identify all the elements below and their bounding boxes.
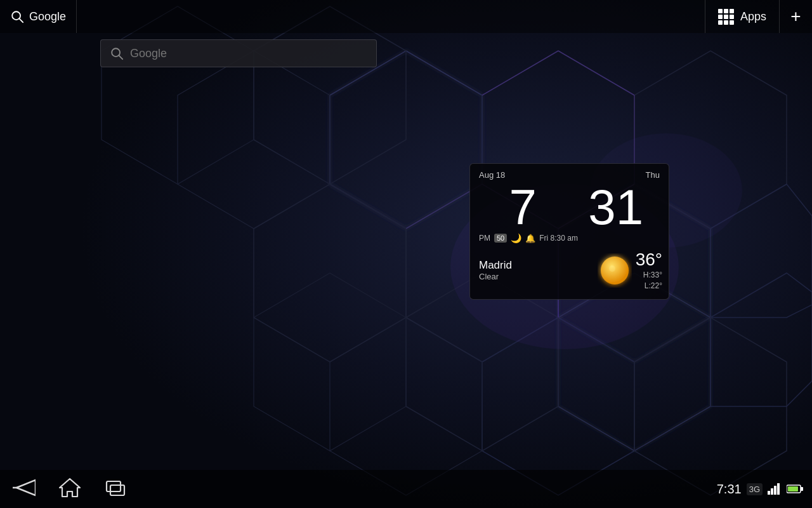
alarm-icon: 🔔 bbox=[525, 234, 535, 243]
alarm-time: Fri 8:30 am bbox=[539, 234, 578, 243]
clock-hour: 7 bbox=[476, 182, 570, 232]
search-input[interactable] bbox=[130, 47, 367, 60]
add-icon: + bbox=[790, 6, 801, 27]
svg-marker-33 bbox=[16, 480, 36, 495]
moon-icon: 🌙 bbox=[511, 233, 521, 243]
search-widget bbox=[100, 39, 377, 67]
apps-button[interactable]: Apps bbox=[705, 0, 779, 33]
clock-display: 7 31 bbox=[470, 182, 669, 232]
weather-date: Aug 18 bbox=[479, 170, 505, 180]
weather-condition: Clear bbox=[479, 272, 594, 281]
recents-icon bbox=[104, 478, 127, 498]
clock-badge: 50 bbox=[494, 234, 507, 243]
home-icon bbox=[58, 478, 81, 498]
clock-period: PM bbox=[479, 234, 490, 243]
search-icon bbox=[10, 10, 24, 23]
svg-rect-43 bbox=[801, 487, 803, 491]
signal-bars-icon bbox=[768, 483, 782, 495]
nav-left bbox=[0, 478, 127, 500]
svg-line-28 bbox=[19, 18, 23, 22]
back-button[interactable] bbox=[13, 478, 36, 500]
weather-city: Madrid bbox=[479, 259, 594, 272]
weather-widget[interactable]: Aug 18 Thu 7 31 PM 50 🌙 🔔 Fri 8:30 am Ma… bbox=[469, 163, 669, 300]
add-button[interactable]: + bbox=[779, 0, 812, 33]
weather-temp-main: 36° bbox=[636, 250, 662, 270]
google-label: Google bbox=[29, 10, 66, 23]
weather-temperature: 36° H:33° L:22° bbox=[636, 250, 662, 291]
search-widget-icon bbox=[110, 46, 124, 60]
svg-rect-44 bbox=[788, 486, 798, 491]
apps-label: Apps bbox=[740, 10, 766, 23]
status-bar: 7:31 3G bbox=[717, 482, 812, 497]
top-bar: Google Apps + bbox=[0, 0, 812, 33]
status-time: 7:31 bbox=[717, 482, 742, 497]
svg-line-30 bbox=[119, 55, 122, 59]
svg-rect-40 bbox=[774, 486, 776, 495]
svg-point-32 bbox=[609, 265, 615, 272]
svg-rect-36 bbox=[107, 481, 121, 491]
weather-day: Thu bbox=[646, 170, 660, 180]
recents-button[interactable] bbox=[104, 478, 127, 500]
clock-minute: 31 bbox=[570, 182, 663, 232]
apps-grid-icon bbox=[718, 9, 734, 25]
battery-icon bbox=[787, 484, 803, 494]
svg-rect-41 bbox=[777, 483, 780, 495]
top-bar-right: Apps + bbox=[705, 0, 812, 33]
search-widget-inner bbox=[100, 39, 377, 67]
weather-sun-icon bbox=[598, 253, 632, 288]
svg-rect-37 bbox=[110, 485, 124, 495]
svg-rect-38 bbox=[768, 491, 770, 495]
svg-rect-39 bbox=[771, 488, 773, 495]
bottom-bar: 7:31 3G bbox=[0, 470, 812, 508]
weather-temp-high: H:33° bbox=[636, 270, 662, 281]
google-search-button[interactable]: Google bbox=[0, 0, 77, 33]
home-button[interactable] bbox=[58, 478, 81, 500]
hex-background bbox=[0, 0, 812, 508]
weather-temp-low: L:22° bbox=[636, 281, 662, 291]
weather-location: Madrid Clear bbox=[479, 259, 594, 281]
back-icon bbox=[13, 478, 36, 498]
signal-indicator: 3G bbox=[747, 483, 763, 495]
svg-marker-35 bbox=[60, 479, 80, 497]
weather-bottom: Madrid Clear 36° bbox=[470, 247, 669, 299]
